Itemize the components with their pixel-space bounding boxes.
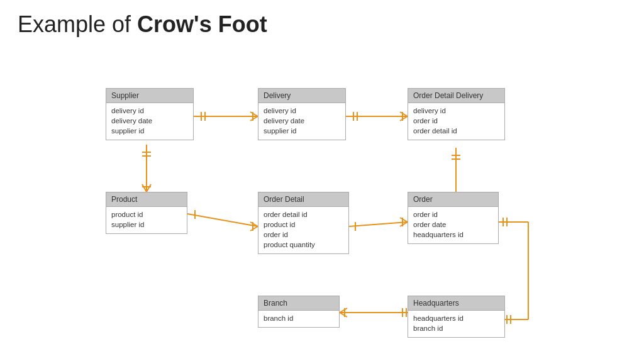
delivery-field-3: supplier id — [264, 126, 340, 136]
entity-product-body: product id supplier id — [106, 207, 187, 233]
delivery-field-2: delivery date — [264, 116, 340, 126]
entity-branch-header: Branch — [258, 296, 339, 311]
od-field-4: product quantity — [264, 240, 343, 250]
entity-odd-header: Order Detail Delivery — [408, 89, 504, 103]
order-field-1: order id — [413, 209, 493, 219]
svg-line-43 — [340, 308, 347, 313]
supplier-field-1: delivery id — [111, 106, 188, 116]
entity-delivery-body: delivery id delivery date supplier id — [258, 103, 345, 140]
svg-line-4 — [250, 116, 258, 121]
hq-field-1: headquarters id — [413, 313, 499, 323]
svg-line-10 — [400, 116, 408, 121]
order-field-2: order date — [413, 219, 493, 230]
svg-line-30 — [349, 222, 408, 226]
od-field-1: order detail id — [264, 209, 343, 219]
supplier-field-2: delivery date — [111, 116, 188, 126]
entity-headquarters: Headquarters headquarters id branch id — [408, 296, 505, 338]
entity-odd-body: delivery id order id order detail id — [408, 103, 504, 140]
entity-od-header: Order Detail — [258, 192, 348, 207]
svg-line-9 — [400, 112, 408, 116]
odd-field-2: order id — [413, 116, 499, 126]
entity-branch-body: branch id — [258, 311, 339, 327]
entity-order: Order order id order date headquarters i… — [408, 192, 499, 244]
entity-supplier-header: Supplier — [106, 89, 193, 103]
svg-line-44 — [340, 313, 347, 317]
odd-field-1: delivery id — [413, 106, 499, 116]
od-field-2: product id — [264, 219, 343, 230]
svg-line-16 — [147, 184, 151, 192]
delivery-field-1: delivery id — [264, 106, 340, 116]
entity-supplier-body: delivery id delivery date supplier id — [106, 103, 193, 140]
svg-line-32 — [400, 218, 408, 222]
od-field-3: order id — [264, 230, 343, 240]
order-field-3: headquarters id — [413, 230, 493, 240]
entity-branch: Branch branch id — [258, 296, 340, 328]
entity-hq-header: Headquarters — [408, 296, 504, 311]
diagram-area: Supplier delivery id delivery date suppl… — [0, 57, 644, 361]
entity-order-body: order id order date headquarters id — [408, 207, 498, 243]
entity-hq-body: headquarters id branch id — [408, 311, 504, 337]
entity-order-detail: Order Detail order detail id product id … — [258, 192, 349, 254]
product-field-2: supplier id — [111, 219, 182, 230]
branch-field-1: branch id — [264, 313, 334, 323]
entity-order-detail-delivery: Order Detail Delivery delivery id order … — [408, 88, 505, 140]
entity-product-header: Product — [106, 192, 187, 207]
entity-od-body: order detail id product id order id prod… — [258, 207, 348, 253]
supplier-field-3: supplier id — [111, 126, 188, 136]
entity-order-header: Order — [408, 192, 498, 207]
svg-line-25 — [187, 214, 258, 226]
product-field-1: product id — [111, 209, 182, 219]
entity-delivery-header: Delivery — [258, 89, 345, 103]
odd-field-3: order detail id — [413, 126, 499, 136]
svg-line-15 — [142, 184, 147, 192]
svg-line-28 — [250, 226, 258, 231]
entity-product: Product product id supplier id — [106, 192, 187, 234]
entity-delivery: Delivery delivery id delivery date suppl… — [258, 88, 346, 140]
svg-line-3 — [250, 112, 258, 116]
hq-field-2: branch id — [413, 323, 499, 333]
page-title: Example of Crow's Foot — [18, 11, 267, 38]
entity-supplier: Supplier delivery id delivery date suppl… — [106, 88, 194, 140]
svg-line-33 — [400, 222, 408, 226]
svg-line-27 — [250, 222, 258, 226]
